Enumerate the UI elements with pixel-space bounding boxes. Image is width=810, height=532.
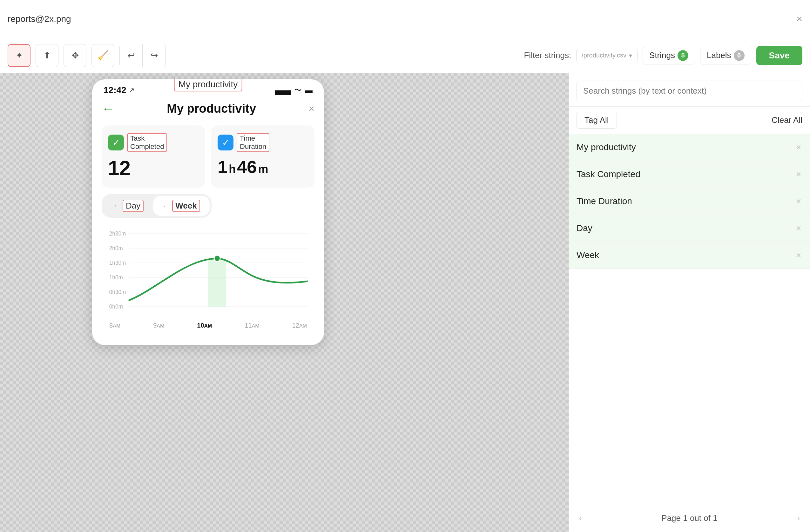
phone-title-area: My productivity xyxy=(114,102,308,116)
filter-file-name: /productivity.csv xyxy=(582,52,627,59)
time-card-header: ✓ TimeDuration xyxy=(217,133,308,152)
string-text: My productivity xyxy=(577,142,636,152)
tab-day[interactable]: ← Day xyxy=(103,196,153,216)
wifi-icon: 〜 xyxy=(294,85,302,95)
svg-point-13 xyxy=(214,255,220,262)
labels-label: Labels xyxy=(707,50,731,60)
time-icon: ✓ xyxy=(217,135,233,150)
right-panel: Tag All Clear All My productivity × Task… xyxy=(569,73,810,532)
upload-icon: ⬆ xyxy=(44,50,51,61)
string-remove-button[interactable]: × xyxy=(795,249,803,262)
strings-button[interactable]: Strings 5 xyxy=(643,47,695,64)
filter-section: Filter strings: /productivity.csv ▾ Stri… xyxy=(524,46,803,65)
chart-x-labels: 8AM 9AM 10AM 11AM 12AM xyxy=(108,322,308,329)
string-text: Day xyxy=(577,223,593,233)
svg-text:0h30m: 0h30m xyxy=(109,289,126,295)
phone-status-icons: ▄▄▄ 〜 ▬ xyxy=(275,85,312,95)
x-label-8am: 8AM xyxy=(109,322,120,329)
tag-all-button[interactable]: Tag All xyxy=(577,112,617,129)
search-input[interactable] xyxy=(577,81,803,101)
undo-button[interactable]: ↩ xyxy=(120,44,143,67)
clean-button[interactable]: 🧹 xyxy=(92,44,114,67)
day-tab-highlight: Day xyxy=(123,200,144,212)
filter-file-selector[interactable]: /productivity.csv ▾ xyxy=(576,49,637,62)
pagination: ‹ Page 1 out of 1 › xyxy=(569,504,810,532)
string-list-item: My productivity × xyxy=(569,134,810,161)
tab-day-arrow: ← xyxy=(113,202,120,210)
back-arrow-icon[interactable]: ← xyxy=(102,102,114,116)
search-bar xyxy=(569,73,810,107)
labels-count-badge: 0 xyxy=(734,50,745,61)
string-remove-button[interactable]: × xyxy=(795,141,803,154)
x-label-12am: 12AM xyxy=(292,322,307,329)
task-value: 12 xyxy=(108,156,198,180)
time-duration-highlight: TimeDuration xyxy=(237,133,269,152)
phone-mockup: 12:42 ↗ ▄▄▄ 〜 ▬ ← My productivity My pro… xyxy=(92,79,324,345)
time-minutes: 46 xyxy=(237,156,257,177)
redo-icon: ↪ xyxy=(150,50,158,61)
hours-unit: h xyxy=(229,163,236,176)
minutes-unit: m xyxy=(258,163,268,176)
page-info: Page 1 out of 1 xyxy=(661,513,717,523)
svg-text:1h30m: 1h30m xyxy=(109,260,126,266)
string-remove-button[interactable]: × xyxy=(795,168,803,181)
signal-icon: ▄▄▄ xyxy=(275,86,291,95)
task-card-header: ✓ TaskCompleted xyxy=(108,133,198,152)
chevron-down-icon: ▾ xyxy=(629,52,632,60)
string-text: Task Completed xyxy=(577,169,641,179)
canvas[interactable]: 12:42 ↗ ▄▄▄ 〜 ▬ ← My productivity My pro… xyxy=(0,73,569,532)
string-text: Week xyxy=(577,250,599,260)
string-list-item: Task Completed × xyxy=(569,161,810,188)
strings-label: Strings xyxy=(649,50,675,60)
magic-icon: ✦ xyxy=(16,50,23,61)
productivity-chart: 2h30m 2h0m 1h30m 1h0m 0h30m 0h0m xyxy=(108,230,308,319)
redo-button[interactable]: ↪ xyxy=(143,44,165,67)
clear-all-button[interactable]: Clear All xyxy=(772,115,803,125)
battery-icon: ▬ xyxy=(305,86,312,95)
tab-week-arrow: ← xyxy=(163,202,169,210)
save-button[interactable]: Save xyxy=(756,46,803,65)
tab-week[interactable]: ← Week xyxy=(153,196,209,216)
string-list-item: Time Duration × xyxy=(569,188,810,215)
tag-actions: Tag All Clear All xyxy=(569,107,810,134)
string-list-item: Week × xyxy=(569,242,810,269)
phone-nav: ← My productivity My productivity × xyxy=(102,95,314,119)
string-text: Time Duration xyxy=(577,196,632,206)
labels-button[interactable]: Labels 0 xyxy=(700,47,751,64)
phone-screen-title: My productivity xyxy=(167,102,256,116)
move-button[interactable]: ✥ xyxy=(64,44,86,67)
time-label-area: TimeDuration xyxy=(237,133,269,152)
time-duration-card: ✓ TimeDuration 1h 46m xyxy=(211,126,314,188)
task-icon: ✓ xyxy=(108,135,124,150)
move-icon: ✥ xyxy=(71,50,79,61)
magic-tool-button[interactable]: ✦ xyxy=(7,44,31,67)
clean-icon: 🧹 xyxy=(98,50,109,61)
x-label-10am: 10AM xyxy=(197,322,212,329)
toolbar: ✦ ⬆ ✥ 🧹 ↩ ↪ Filter strings: /productivit… xyxy=(0,38,810,73)
chart-area: 2h30m 2h0m 1h30m 1h0m 0h30m 0h0m xyxy=(102,224,314,335)
title-string-highlight: My productivity xyxy=(174,79,242,92)
prev-page-button[interactable]: ‹ xyxy=(577,511,584,526)
close-nav-icon[interactable]: × xyxy=(308,103,314,115)
svg-text:1h0m: 1h0m xyxy=(109,274,123,281)
close-window-icon[interactable]: × xyxy=(796,13,803,25)
task-completed-card: ✓ TaskCompleted 12 xyxy=(102,126,205,188)
string-remove-button[interactable]: × xyxy=(795,195,803,207)
time-hours: 1 xyxy=(217,156,227,177)
svg-text:2h0m: 2h0m xyxy=(109,245,123,251)
undo-redo-group: ↩ ↪ xyxy=(119,44,166,67)
next-page-button[interactable]: › xyxy=(794,511,803,526)
string-remove-button[interactable]: × xyxy=(795,222,803,235)
svg-text:0h0m: 0h0m xyxy=(109,303,123,310)
task-label-area: TaskCompleted xyxy=(127,133,167,152)
phone-content: ← My productivity My productivity × ✓ Ta… xyxy=(92,95,324,345)
title-bar: reports@2x.png × xyxy=(0,0,810,38)
task-completed-highlight: TaskCompleted xyxy=(127,133,167,152)
upload-button[interactable]: ⬆ xyxy=(36,44,59,67)
phone-time: 12:42 ↗ xyxy=(103,85,134,95)
time-value: 1h 46m xyxy=(217,156,308,177)
stats-row: ✓ TaskCompleted 12 ✓ TimeDuration xyxy=(102,126,314,188)
svg-text:2h30m: 2h30m xyxy=(109,230,126,237)
string-list-item: Day × xyxy=(569,215,810,242)
filter-label: Filter strings: xyxy=(524,50,571,60)
